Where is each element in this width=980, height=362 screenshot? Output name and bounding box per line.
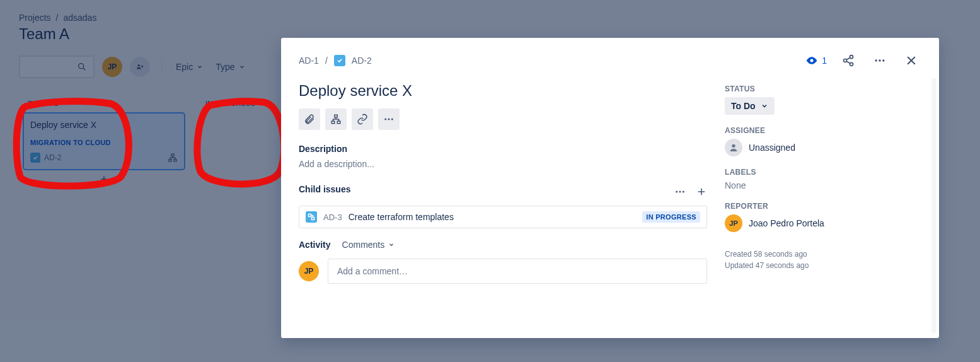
description-label: Description	[299, 144, 707, 154]
issue-key[interactable]: AD-2	[352, 55, 372, 66]
task-icon	[334, 55, 345, 66]
reporter-label: REPORTER	[725, 202, 921, 211]
child-key: AD-3	[323, 213, 342, 222]
reporter-avatar: JP	[725, 214, 742, 232]
svg-line-14	[846, 61, 850, 63]
eye-icon	[805, 54, 818, 67]
parent-key[interactable]: AD-1	[299, 55, 319, 66]
svg-point-25	[391, 119, 393, 120]
commenter-avatar: JP	[299, 261, 319, 281]
scrollbar[interactable]	[931, 78, 937, 333]
close-button[interactable]	[901, 50, 921, 71]
child-status-badge[interactable]: IN PROGRESS	[642, 211, 700, 223]
more-tools-button[interactable]	[378, 108, 400, 130]
description-field[interactable]: Add a description...	[299, 159, 707, 169]
labels-label: LABELS	[725, 168, 921, 177]
assignee-field[interactable]: Unassigned	[725, 139, 921, 156]
link-icon	[357, 114, 368, 125]
unassigned-avatar-icon	[725, 139, 742, 156]
svg-point-33	[732, 144, 735, 148]
subtask-icon	[306, 211, 317, 223]
child-title: Create terraform templates	[349, 212, 454, 222]
labels-field[interactable]: None	[725, 180, 921, 190]
svg-point-23	[384, 119, 386, 120]
svg-rect-20	[335, 115, 338, 117]
reporter-field[interactable]: JP Joao Pedro Portela	[725, 214, 921, 232]
activity-label: Activity	[299, 240, 331, 250]
child-issue-row[interactable]: AD-3 Create terraform templates IN PROGR…	[299, 206, 707, 228]
svg-rect-21	[331, 121, 335, 124]
svg-point-10	[850, 55, 853, 59]
svg-point-11	[844, 59, 847, 62]
child-more-button[interactable]	[674, 186, 686, 197]
status-label: STATUS	[725, 85, 921, 93]
svg-rect-31	[309, 214, 311, 217]
svg-point-28	[683, 191, 684, 193]
svg-point-17	[882, 59, 884, 61]
svg-line-13	[846, 57, 850, 59]
attachment-icon	[304, 114, 315, 125]
assignee-label: ASSIGNEE	[725, 126, 921, 135]
svg-point-9	[810, 59, 814, 62]
add-child-button[interactable]	[325, 108, 347, 130]
link-button[interactable]	[352, 108, 373, 130]
more-actions-button[interactable]	[870, 50, 890, 71]
svg-point-16	[879, 59, 880, 61]
child-issues-label: Child issues	[299, 184, 350, 194]
created-text: Created 58 seconds ago	[725, 250, 921, 259]
updated-text: Updated 47 seconds ago	[725, 261, 921, 270]
svg-point-26	[676, 191, 677, 193]
add-child-inline-button[interactable]	[696, 186, 707, 197]
attach-button[interactable]	[299, 108, 320, 130]
dots-icon	[873, 54, 886, 67]
dots-icon	[383, 114, 395, 125]
share-button[interactable]	[838, 50, 858, 71]
svg-point-12	[850, 62, 853, 66]
chevron-down-icon	[388, 242, 395, 248]
comment-input[interactable]: Add a comment…	[328, 259, 707, 284]
issue-modal: AD-1 / AD-2 1	[281, 38, 939, 338]
activity-tab-select[interactable]: Comments	[342, 240, 395, 250]
watch-button[interactable]: 1	[805, 54, 827, 67]
svg-rect-22	[337, 121, 340, 124]
tree-icon	[330, 114, 342, 125]
svg-point-15	[875, 59, 877, 61]
svg-point-24	[388, 119, 390, 120]
close-icon	[905, 54, 918, 67]
status-select[interactable]: To Do	[725, 97, 775, 115]
svg-rect-32	[312, 218, 314, 220]
issue-title[interactable]: Deploy service X	[299, 82, 707, 100]
share-icon	[842, 54, 855, 67]
svg-point-27	[679, 191, 681, 193]
chevron-down-icon	[761, 102, 768, 110]
